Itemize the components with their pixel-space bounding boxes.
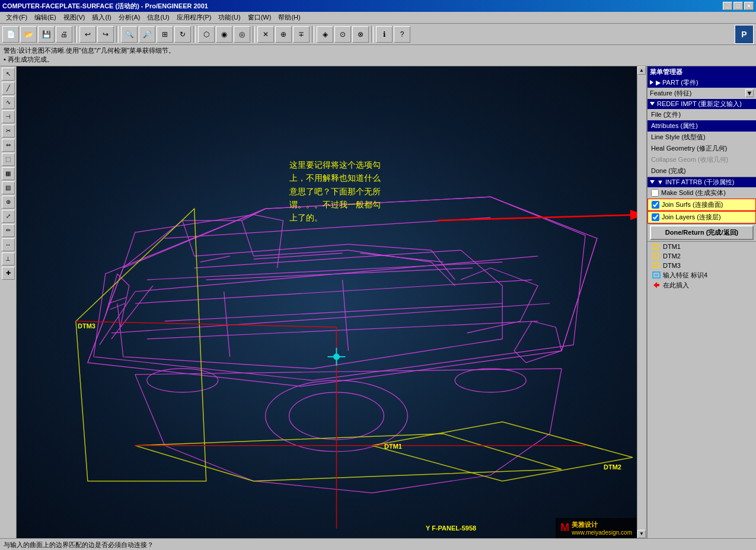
scroll-down[interactable]: ▼	[637, 530, 646, 538]
panel-divider2	[647, 223, 756, 224]
tb-print[interactable]: 🖨	[56, 26, 72, 43]
lt-curve[interactable]: ∿	[2, 96, 15, 109]
cad-viewport[interactable]: DTM3 DTM1 DTM2 Y F-PANEL-5958 这里要记得将这个选项…	[17, 66, 637, 538]
tb-zoom-out[interactable]: 🔎	[139, 26, 155, 43]
tb-sel1[interactable]: ◈	[317, 26, 333, 43]
title-bar-buttons: _ □ ×	[723, 2, 754, 10]
lt-sketch[interactable]: ✏	[2, 224, 15, 237]
collapse-label: Collapse Geom (收缩几何)	[651, 155, 728, 164]
tb-sep6	[371, 26, 374, 43]
join-layers-item[interactable]: Join Layers (连接层)	[647, 211, 756, 223]
minimize-button[interactable]: _	[723, 2, 732, 10]
join-surfs-item[interactable]: Join Surfs (连接曲面)	[647, 199, 756, 211]
tree-insert-here[interactable]: 在此插入	[647, 280, 756, 290]
tb-shade[interactable]: ◉	[216, 26, 232, 43]
menu-file[interactable]: File (文件)	[647, 109, 756, 120]
intf-section[interactable]: ▼ INTF ATTRB (干涉属性)	[647, 177, 756, 187]
tb-rotate[interactable]: ↻	[174, 26, 191, 43]
tb-zoom-in[interactable]: 🔍	[121, 26, 138, 43]
make-solid-checkbox[interactable]	[651, 189, 659, 197]
done-return-button[interactable]: Done/Return (完成/返回)	[650, 225, 754, 240]
tree-dtm2[interactable]: DTM2	[647, 251, 756, 261]
input-feature-icon	[652, 271, 661, 279]
menu-manager-header: 菜单管理器	[647, 66, 756, 78]
car-wireframe	[17, 66, 637, 538]
tb-redo[interactable]: ↪	[97, 26, 114, 43]
menu-insert[interactable]: 插入(I)	[88, 12, 114, 23]
tb-sep5	[312, 26, 314, 43]
lt-line[interactable]: ╱	[2, 82, 15, 95]
lt-constraint[interactable]: ⊥	[2, 252, 15, 266]
tb-datum[interactable]: ✕	[257, 26, 274, 43]
tb-open[interactable]: 📂	[20, 26, 37, 43]
tb-save[interactable]: 💾	[38, 26, 55, 43]
menu-edit[interactable]: 编辑(E)	[31, 12, 60, 23]
lt-select[interactable]: ↖	[2, 68, 15, 81]
dtm2-tree-label: DTM2	[663, 252, 681, 260]
watermark-m: M	[560, 522, 569, 534]
scroll-up[interactable]: ▲	[637, 66, 646, 75]
feature-section: Feature (特征) ▼	[647, 88, 756, 99]
tree-dtm1[interactable]: DTM1	[647, 242, 756, 251]
menu-view[interactable]: 视图(V)	[60, 12, 89, 23]
redef-section[interactable]: REDEF IMPT (重新定义输入)	[647, 99, 756, 109]
join-surfs-checkbox[interactable]	[652, 201, 659, 209]
lt-merge[interactable]: ⊕	[2, 196, 15, 209]
lt-offset[interactable]: ⬚	[2, 153, 15, 166]
tree-input-feature[interactable]: 输入特征 标识4	[647, 270, 756, 280]
menu-attributes[interactable]: Attributes (属性)	[647, 120, 756, 132]
menu-window[interactable]: 窗口(W)	[244, 12, 275, 23]
red-arrow	[432, 203, 637, 238]
tb-axis[interactable]: ⊕	[275, 26, 292, 43]
done-label: Done (完成)	[651, 167, 686, 175]
tb-info2[interactable]: ?	[394, 26, 410, 43]
lt-extend[interactable]: ⤢	[2, 210, 15, 223]
tb-undo[interactable]: ↩	[79, 26, 96, 43]
menu-linestyle[interactable]: Line Style (线型值)	[647, 132, 756, 143]
lt-fill[interactable]: ▧	[2, 181, 15, 194]
tree-dtm3[interactable]: DTM3	[647, 261, 756, 270]
tb-info1[interactable]: ℹ	[376, 26, 393, 43]
lt-dimension[interactable]: ↔	[2, 238, 15, 251]
lt-axis-tool[interactable]: ✚	[2, 267, 15, 280]
lt-mirror[interactable]: ⇔	[2, 139, 15, 152]
feature-dropdown-btn[interactable]: ▼	[745, 89, 754, 97]
tb-sel2[interactable]: ⊙	[334, 26, 351, 43]
status-bar: 与输入的曲面上的边界匹配的边是否必须自动连接？	[0, 538, 756, 550]
tb-sep3	[193, 26, 196, 43]
lt-surface[interactable]: ▦	[2, 167, 15, 180]
make-solid-item[interactable]: Make Solid (生成实体)	[647, 187, 756, 199]
watermark: M 美雅设计 www.meiyadesign.com	[556, 518, 637, 538]
right-scrollbar[interactable]: ▲ ▼	[637, 66, 646, 538]
left-toolbar: ↖ ╱ ∿ ⊣ ✂ ⇔ ⬚ ▦ ▧ ⊕ ⤢ ✏ ↔ ⊥ ✚	[0, 66, 17, 538]
tb-coord[interactable]: ∓	[293, 26, 310, 43]
tb-wire[interactable]: ⬡	[198, 26, 215, 43]
part-section[interactable]: ▶ PART (零件)	[647, 78, 756, 88]
menu-collapse[interactable]: Collapse Geom (收缩几何)	[647, 154, 756, 165]
maximize-button[interactable]: □	[733, 2, 743, 10]
menu-analysis[interactable]: 分析(A)	[115, 12, 144, 23]
menu-heal[interactable]: Heal Geometry (修正几何)	[647, 143, 756, 154]
make-solid-label: Make Solid (生成实体)	[661, 188, 726, 197]
watermark-url: www.meiyadesign.com	[572, 529, 632, 536]
menu-apps[interactable]: 应用程序(P)	[173, 12, 215, 23]
attributes-label: Attributes (属性)	[651, 121, 698, 130]
tb-fit[interactable]: ⊞	[157, 26, 173, 43]
menu-help[interactable]: 帮助(H)	[275, 12, 304, 23]
dtm3-label: DTM3	[78, 322, 95, 330]
tb-sep4	[253, 26, 255, 43]
menu-info[interactable]: 信息(U)	[143, 12, 173, 23]
tb-hidden[interactable]: ◎	[234, 26, 250, 43]
lt-trim[interactable]: ✂	[2, 124, 15, 138]
menu-file[interactable]: 文件(F)	[2, 12, 31, 23]
menu-function[interactable]: 功能(U)	[215, 12, 244, 23]
menu-done[interactable]: Done (完成)	[647, 165, 756, 177]
insert-here-label: 在此插入	[663, 281, 689, 290]
svg-line-48	[438, 215, 637, 220]
join-layers-checkbox[interactable]	[652, 213, 659, 221]
tb-new[interactable]: 📄	[2, 26, 19, 43]
close-button[interactable]: ×	[744, 2, 754, 10]
right-panel: 菜单管理器 ▶ PART (零件) Feature (特征) ▼ REDEF I…	[646, 66, 756, 538]
tb-sel3[interactable]: ⊗	[352, 26, 369, 43]
lt-split[interactable]: ⊣	[2, 110, 15, 123]
